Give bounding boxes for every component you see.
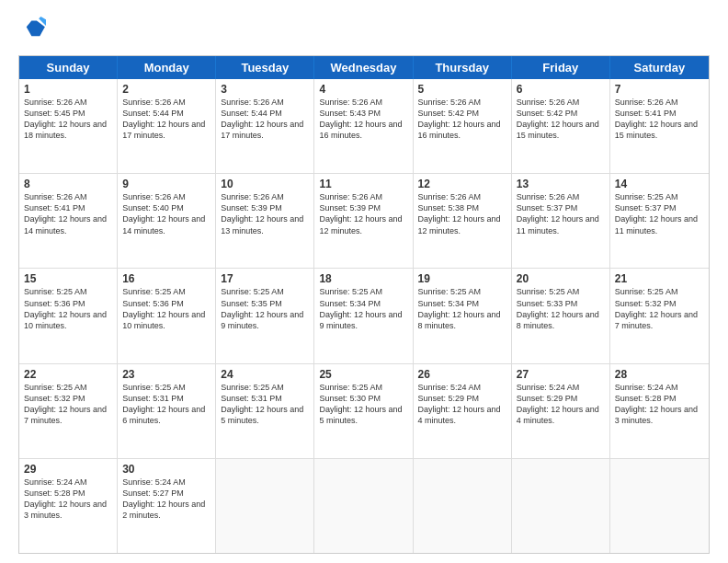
day-number: 8 <box>24 178 112 190</box>
header-day-friday: Friday <box>512 56 610 79</box>
day-info: Sunrise: 5:26 AM Sunset: 5:44 PM Dayligh… <box>221 97 309 142</box>
calendar-cell-8: 8Sunrise: 5:26 AM Sunset: 5:41 PM Daylig… <box>19 174 118 268</box>
calendar-cell-19: 19Sunrise: 5:25 AM Sunset: 5:34 PM Dayli… <box>414 269 512 362</box>
day-number: 13 <box>517 178 605 190</box>
calendar-row-5: 29Sunrise: 5:24 AM Sunset: 5:28 PM Dayli… <box>19 459 709 553</box>
calendar-row-3: 15Sunrise: 5:25 AM Sunset: 5:36 PM Dayli… <box>19 269 709 363</box>
calendar-body: 1Sunrise: 5:26 AM Sunset: 5:45 PM Daylig… <box>19 79 709 553</box>
day-info: Sunrise: 5:25 AM Sunset: 5:32 PM Dayligh… <box>24 382 112 427</box>
logo-icon <box>20 17 46 42</box>
day-info: Sunrise: 5:26 AM Sunset: 5:41 PM Dayligh… <box>615 97 704 142</box>
day-info: Sunrise: 5:24 AM Sunset: 5:28 PM Dayligh… <box>24 477 112 522</box>
day-number: 28 <box>615 368 704 381</box>
calendar-cell-empty <box>414 459 512 553</box>
calendar-cell-empty <box>216 459 314 553</box>
day-info: Sunrise: 5:24 AM Sunset: 5:27 PM Dayligh… <box>122 477 210 522</box>
day-info: Sunrise: 5:24 AM Sunset: 5:29 PM Dayligh… <box>517 382 605 427</box>
day-info: Sunrise: 5:26 AM Sunset: 5:42 PM Dayligh… <box>517 97 605 142</box>
calendar-header: SundayMondayTuesdayWednesdayThursdayFrid… <box>19 56 709 79</box>
header-day-tuesday: Tuesday <box>216 56 314 79</box>
day-info: Sunrise: 5:25 AM Sunset: 5:35 PM Dayligh… <box>221 286 309 331</box>
day-number: 1 <box>24 83 112 96</box>
calendar-cell-empty <box>610 459 709 553</box>
day-number: 5 <box>418 83 506 96</box>
calendar: SundayMondayTuesdayWednesdayThursdayFrid… <box>18 55 710 554</box>
day-number: 12 <box>418 178 506 190</box>
day-info: Sunrise: 5:26 AM Sunset: 5:41 PM Dayligh… <box>24 191 112 236</box>
day-number: 6 <box>517 83 605 96</box>
page-header <box>18 17 710 46</box>
day-number: 19 <box>418 272 506 285</box>
day-info: Sunrise: 5:24 AM Sunset: 5:29 PM Dayligh… <box>418 382 506 427</box>
calendar-cell-2: 2Sunrise: 5:26 AM Sunset: 5:44 PM Daylig… <box>118 79 216 173</box>
calendar-cell-1: 1Sunrise: 5:26 AM Sunset: 5:45 PM Daylig… <box>19 79 118 173</box>
calendar-cell-18: 18Sunrise: 5:25 AM Sunset: 5:34 PM Dayli… <box>314 269 413 362</box>
calendar-row-4: 22Sunrise: 5:25 AM Sunset: 5:32 PM Dayli… <box>19 364 709 459</box>
day-number: 22 <box>24 368 112 381</box>
day-number: 23 <box>122 368 210 381</box>
day-info: Sunrise: 5:25 AM Sunset: 5:32 PM Dayligh… <box>615 286 704 331</box>
header-day-thursday: Thursday <box>414 56 512 79</box>
day-number: 20 <box>517 272 605 285</box>
day-info: Sunrise: 5:25 AM Sunset: 5:34 PM Dayligh… <box>319 286 407 331</box>
svg-marker-0 <box>27 20 45 36</box>
day-number: 10 <box>221 178 309 190</box>
day-info: Sunrise: 5:26 AM Sunset: 5:39 PM Dayligh… <box>319 191 407 236</box>
calendar-cell-4: 4Sunrise: 5:26 AM Sunset: 5:43 PM Daylig… <box>314 79 413 173</box>
day-info: Sunrise: 5:26 AM Sunset: 5:40 PM Dayligh… <box>122 191 210 236</box>
day-info: Sunrise: 5:25 AM Sunset: 5:34 PM Dayligh… <box>418 286 506 331</box>
day-number: 3 <box>221 83 309 96</box>
day-info: Sunrise: 5:26 AM Sunset: 5:43 PM Dayligh… <box>319 97 407 142</box>
day-number: 11 <box>319 178 407 190</box>
day-info: Sunrise: 5:24 AM Sunset: 5:28 PM Dayligh… <box>615 382 704 427</box>
calendar-cell-14: 14Sunrise: 5:25 AM Sunset: 5:37 PM Dayli… <box>610 174 709 268</box>
calendar-cell-22: 22Sunrise: 5:25 AM Sunset: 5:32 PM Dayli… <box>19 364 118 458</box>
day-info: Sunrise: 5:25 AM Sunset: 5:36 PM Dayligh… <box>122 286 210 331</box>
day-number: 25 <box>319 368 407 381</box>
day-info: Sunrise: 5:25 AM Sunset: 5:31 PM Dayligh… <box>122 382 210 427</box>
logo <box>18 17 50 46</box>
day-number: 30 <box>122 463 210 476</box>
day-info: Sunrise: 5:25 AM Sunset: 5:33 PM Dayligh… <box>517 286 605 331</box>
calendar-row-1: 1Sunrise: 5:26 AM Sunset: 5:45 PM Daylig… <box>19 79 709 174</box>
day-info: Sunrise: 5:26 AM Sunset: 5:39 PM Dayligh… <box>221 191 309 236</box>
calendar-cell-13: 13Sunrise: 5:26 AM Sunset: 5:37 PM Dayli… <box>512 174 610 268</box>
day-info: Sunrise: 5:26 AM Sunset: 5:45 PM Dayligh… <box>24 97 112 142</box>
day-info: Sunrise: 5:26 AM Sunset: 5:38 PM Dayligh… <box>418 191 506 236</box>
header-day-monday: Monday <box>118 56 216 79</box>
day-number: 21 <box>615 272 704 285</box>
calendar-cell-15: 15Sunrise: 5:25 AM Sunset: 5:36 PM Dayli… <box>19 269 118 362</box>
day-number: 16 <box>122 272 210 285</box>
calendar-cell-28: 28Sunrise: 5:24 AM Sunset: 5:28 PM Dayli… <box>610 364 709 458</box>
calendar-cell-27: 27Sunrise: 5:24 AM Sunset: 5:29 PM Dayli… <box>512 364 610 458</box>
calendar-cell-9: 9Sunrise: 5:26 AM Sunset: 5:40 PM Daylig… <box>118 174 216 268</box>
header-day-saturday: Saturday <box>610 56 709 79</box>
day-info: Sunrise: 5:26 AM Sunset: 5:42 PM Dayligh… <box>418 97 506 142</box>
calendar-cell-25: 25Sunrise: 5:25 AM Sunset: 5:30 PM Dayli… <box>314 364 413 458</box>
day-info: Sunrise: 5:25 AM Sunset: 5:37 PM Dayligh… <box>615 191 704 236</box>
header-day-sunday: Sunday <box>19 56 118 79</box>
calendar-cell-29: 29Sunrise: 5:24 AM Sunset: 5:28 PM Dayli… <box>19 459 118 553</box>
calendar-row-2: 8Sunrise: 5:26 AM Sunset: 5:41 PM Daylig… <box>19 174 709 269</box>
calendar-cell-23: 23Sunrise: 5:25 AM Sunset: 5:31 PM Dayli… <box>118 364 216 458</box>
calendar-cell-20: 20Sunrise: 5:25 AM Sunset: 5:33 PM Dayli… <box>512 269 610 362</box>
calendar-cell-11: 11Sunrise: 5:26 AM Sunset: 5:39 PM Dayli… <box>314 174 413 268</box>
day-info: Sunrise: 5:26 AM Sunset: 5:37 PM Dayligh… <box>517 191 605 236</box>
day-number: 2 <box>122 83 210 96</box>
calendar-cell-26: 26Sunrise: 5:24 AM Sunset: 5:29 PM Dayli… <box>414 364 512 458</box>
day-number: 17 <box>221 272 309 285</box>
calendar-cell-21: 21Sunrise: 5:25 AM Sunset: 5:32 PM Dayli… <box>610 269 709 362</box>
calendar-cell-3: 3Sunrise: 5:26 AM Sunset: 5:44 PM Daylig… <box>216 79 314 173</box>
calendar-cell-6: 6Sunrise: 5:26 AM Sunset: 5:42 PM Daylig… <box>512 79 610 173</box>
day-number: 26 <box>418 368 506 381</box>
day-number: 27 <box>517 368 605 381</box>
calendar-cell-24: 24Sunrise: 5:25 AM Sunset: 5:31 PM Dayli… <box>216 364 314 458</box>
day-number: 15 <box>24 272 112 285</box>
header-day-wednesday: Wednesday <box>314 56 413 79</box>
day-number: 7 <box>615 83 704 96</box>
calendar-cell-12: 12Sunrise: 5:26 AM Sunset: 5:38 PM Dayli… <box>414 174 512 268</box>
calendar-cell-30: 30Sunrise: 5:24 AM Sunset: 5:27 PM Dayli… <box>118 459 216 553</box>
calendar-cell-10: 10Sunrise: 5:26 AM Sunset: 5:39 PM Dayli… <box>216 174 314 268</box>
day-info: Sunrise: 5:25 AM Sunset: 5:30 PM Dayligh… <box>319 382 407 427</box>
calendar-cell-empty <box>512 459 610 553</box>
